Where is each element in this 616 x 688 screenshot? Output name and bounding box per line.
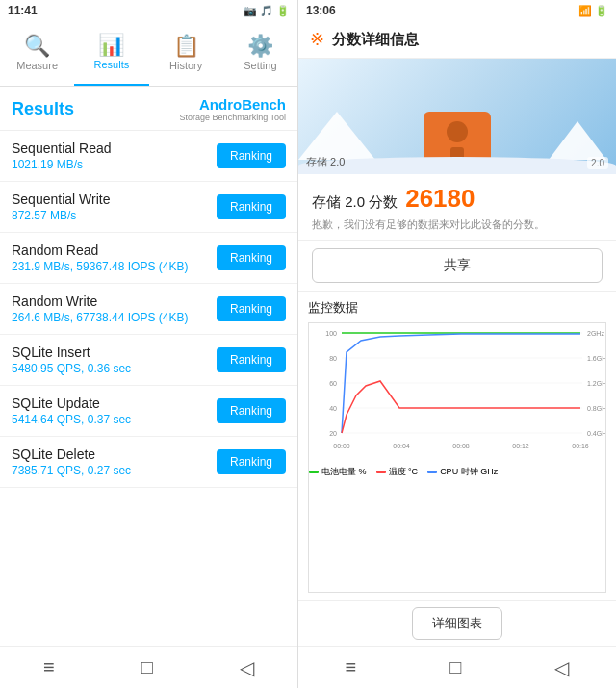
detail-chart-button[interactable]: 详细图表: [412, 607, 502, 640]
status-bar-right: 13:06 📶 🔋: [298, 0, 616, 21]
legend-cpu: CPU 时钟 GHz: [427, 466, 498, 478]
svg-text:00:16: 00:16: [572, 443, 589, 449]
svg-text:2GHz: 2GHz: [587, 330, 604, 337]
results-title: Results: [12, 99, 74, 119]
menu-button[interactable]: ≡: [43, 656, 55, 678]
bench-value: 1021.19 MB/s: [12, 158, 217, 171]
ranking-button-6[interactable]: Ranking: [217, 449, 286, 474]
logo-brand: AndroBench: [199, 96, 286, 113]
battery-legend-label: 电池电量 %: [321, 466, 367, 478]
svg-text:80: 80: [329, 355, 337, 362]
svg-text:0.8GHz: 0.8GHz: [587, 405, 605, 412]
svg-text:20: 20: [329, 430, 337, 437]
share-button[interactable]: 共享: [312, 248, 603, 283]
bench-info: SQLite Update 5414.64 QPS, 0.37 sec: [12, 395, 217, 426]
table-row: Sequential Read 1021.19 MB/s Ranking: [0, 131, 297, 182]
svg-text:40: 40: [329, 405, 337, 412]
temp-legend-label: 温度 °C: [389, 466, 419, 478]
tab-history-label: History: [169, 60, 202, 71]
androbench-logo: AndroBench Storage Benchmarking Tool: [180, 96, 286, 122]
ranking-button-0[interactable]: Ranking: [217, 143, 286, 168]
bench-name: SQLite Update: [12, 395, 217, 411]
svg-text:0.4GHz: 0.4GHz: [587, 430, 605, 437]
score-detail-title: 分数详细信息: [332, 31, 419, 49]
ranking-button-1[interactable]: Ranking: [217, 194, 286, 219]
right-menu-button[interactable]: ≡: [346, 656, 357, 678]
ranking-button-5[interactable]: Ranking: [217, 398, 286, 423]
tab-measure-label: Measure: [16, 60, 58, 71]
svg-text:00:12: 00:12: [512, 443, 529, 449]
bench-name: Random Write: [12, 293, 217, 309]
left-panel: 11:41 📷 🎵 🔋 🔍 Measure 📊 Results 📋 Histor…: [0, 0, 298, 688]
legend-battery: 电池电量 %: [309, 466, 367, 478]
home-button[interactable]: □: [141, 656, 153, 678]
right-home-button[interactable]: □: [449, 656, 461, 678]
bench-value: 5414.64 QPS, 0.37 sec: [12, 413, 217, 426]
image-label: 存储 2.0: [306, 155, 345, 169]
bench-name: Sequential Write: [12, 191, 217, 207]
left-status-icons: 📷 🎵 🔋: [244, 5, 290, 17]
results-header: Results AndroBench Storage Benchmarking …: [0, 87, 297, 131]
chart-svg: 100 80 60 40 20 00:00 00:04 00:08 00:12 …: [309, 323, 605, 458]
chart-container: 100 80 60 40 20 00:00 00:04 00:08 00:12 …: [308, 322, 606, 593]
logo-sub: Storage Benchmarking Tool: [180, 113, 286, 122]
bench-name: SQLite Delete: [12, 446, 217, 462]
bench-value: 5480.95 QPS, 0.36 sec: [12, 362, 217, 375]
back-button[interactable]: ◁: [240, 656, 254, 679]
bench-value: 7385.71 QPS, 0.27 sec: [12, 464, 217, 477]
legend-temp: 温度 °C: [376, 466, 419, 478]
status-bar-left: 11:41 📷 🎵 🔋: [0, 0, 297, 21]
right-status-icons: 📶 🔋: [578, 5, 608, 17]
svg-text:60: 60: [329, 380, 337, 387]
tab-results[interactable]: 📊 Results: [74, 21, 148, 86]
battery-right-icon: 🔋: [595, 5, 608, 17]
building-window: [447, 121, 468, 142]
setting-icon: ⚙️: [247, 36, 273, 57]
mountain-right: [549, 121, 606, 160]
left-time: 11:41: [8, 4, 38, 17]
mountain-left: [298, 112, 375, 160]
tab-setting[interactable]: ⚙️ Setting: [223, 21, 297, 86]
svg-text:100: 100: [325, 330, 337, 337]
image-version: 2.0: [587, 157, 608, 169]
ranking-button-3[interactable]: Ranking: [217, 296, 286, 321]
camera-icon: 📷: [244, 5, 257, 17]
ranking-button-4[interactable]: Ranking: [217, 347, 286, 372]
wifi-icon: 📶: [578, 5, 592, 17]
score-section: 存储 2.0 分数 26180 抱歉，我们没有足够的数据来对比此设备的分数。: [298, 174, 616, 241]
history-icon: 📋: [173, 36, 199, 57]
cpu-legend-label: CPU 时钟 GHz: [440, 466, 498, 478]
bench-info: SQLite Insert 5480.95 QPS, 0.36 sec: [12, 344, 217, 375]
svg-text:00:08: 00:08: [452, 443, 470, 449]
detail-icon: ※: [310, 29, 324, 50]
svg-text:00:04: 00:04: [393, 443, 410, 449]
nav-tabs: 🔍 Measure 📊 Results 📋 History ⚙️ Setting: [0, 21, 297, 87]
tab-history[interactable]: 📋 History: [149, 21, 223, 86]
score-label: 存储 2.0 分数: [312, 193, 398, 212]
share-section: 共享: [298, 241, 616, 292]
tab-measure[interactable]: 🔍 Measure: [0, 21, 74, 86]
table-row: Sequential Write 872.57 MB/s Ranking: [0, 182, 297, 233]
right-back-button[interactable]: ◁: [554, 656, 569, 679]
snow-ground: [298, 157, 616, 174]
bench-name: Sequential Read: [12, 140, 217, 156]
ranking-button-2[interactable]: Ranking: [217, 245, 286, 270]
bench-info: Random Write 264.6 MB/s, 67738.44 IOPS (…: [12, 293, 217, 324]
battery-dot: [309, 471, 319, 473]
measure-icon: 🔍: [24, 36, 50, 57]
score-label-row: 存储 2.0 分数 26180: [312, 184, 603, 214]
results-icon: 📊: [98, 35, 124, 56]
bottom-nav-right: ≡ □ ◁: [298, 646, 616, 688]
table-row: SQLite Insert 5480.95 QPS, 0.36 sec Rank…: [0, 335, 297, 386]
bench-name: SQLite Insert: [12, 344, 217, 360]
right-panel: 13:06 📶 🔋 ※ 分数详细信息 存储 2.0 2.0 存储 2.0 分数 …: [298, 0, 616, 688]
bench-value: 264.6 MB/s, 67738.44 IOPS (4KB): [12, 311, 217, 324]
score-note: 抱歉，我们没有足够的数据来对比此设备的分数。: [312, 217, 603, 232]
score-number: 26180: [405, 184, 475, 214]
table-row: Random Read 231.9 MB/s, 59367.48 IOPS (4…: [0, 233, 297, 284]
music-icon: 🎵: [260, 5, 273, 17]
temp-dot: [376, 471, 386, 473]
benchmark-list: Sequential Read 1021.19 MB/s Ranking Seq…: [0, 131, 297, 646]
score-detail-header: ※ 分数详细信息: [298, 21, 616, 59]
table-row: SQLite Delete 7385.71 QPS, 0.27 sec Rank…: [0, 437, 297, 488]
